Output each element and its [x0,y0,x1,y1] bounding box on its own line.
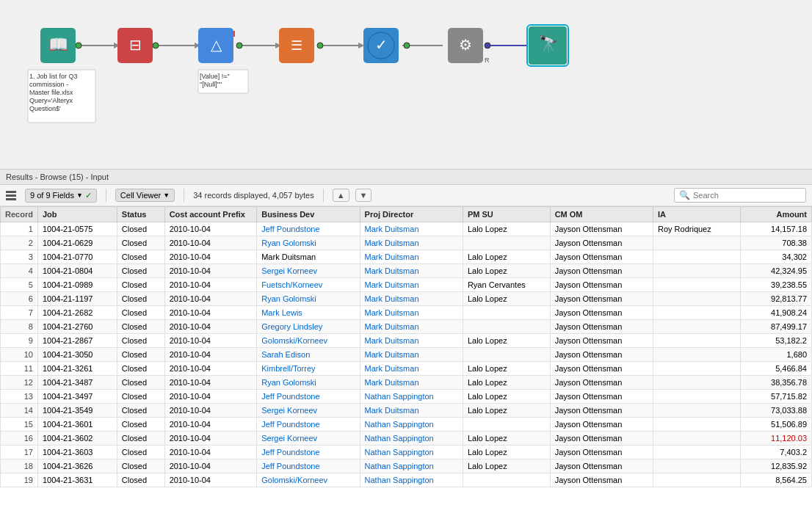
scroll-down-button[interactable]: ▼ [355,189,372,202]
cell-projdir: Nathan Sappington [360,390,463,404]
table-row[interactable]: 15 1004-21-3601 Closed 2010-10-04 Jeff P… [1,418,812,432]
table-row[interactable]: 18 1004-21-3626 Closed 2010-10-04 Jeff P… [1,459,812,473]
cell-projdir: Mark Duitsman [360,348,463,362]
cell-record: 4 [1,264,38,278]
cell-status: Closed [117,376,164,390]
table-row[interactable]: 6 1004-21-1197 Closed 2010-10-04 Ryan Go… [1,292,812,306]
cell-job: 1004-21-2682 [37,306,117,320]
cell-projdir: Mark Duitsman [360,236,463,250]
cell-status: Closed [117,264,164,278]
svg-text:Query='Alteryx: Query='Alteryx [29,97,73,104]
cell-amount: 7,403.2 [740,446,811,459]
cell-projdir: Mark Duitsman [360,222,463,236]
table-row[interactable]: 17 1004-21-3603 Closed 2010-10-04 Jeff P… [1,446,812,459]
svg-text:☰: ☰ [291,38,302,53]
cell-amount: 41,908.24 [740,306,811,320]
cell-cost: 2010-10-04 [164,432,257,446]
cell-cmom: Jayson Ottensman [550,362,653,376]
cell-cost: 2010-10-04 [164,306,257,320]
cell-pmsu: Lalo Lopez [463,292,550,306]
cell-viewer-button[interactable]: Cell Viewer ▼ [115,189,175,202]
cell-cmom: Jayson Ottensman [550,278,653,292]
svg-point-2 [76,43,81,48]
table-row[interactable]: 14 1004-21-3549 Closed 2010-10-04 Sergei… [1,404,812,418]
cell-record: 19 [1,473,38,487]
cell-job: 1004-21-3050 [37,348,117,362]
cell-cmom: Jayson Ottensman [550,446,653,459]
cell-ia [653,334,740,348]
cell-bizdev: Fuetsch/Korneev [257,278,360,292]
cell-projdir: Mark Duitsman [360,334,463,348]
cell-pmsu: Lalo Lopez [463,376,550,390]
table-row[interactable]: 2 1004-21-0629 Closed 2010-10-04 Ryan Go… [1,236,812,250]
cell-status: Closed [117,390,164,404]
table-row[interactable]: 19 1004-21-3631 Closed 2010-10-04 Goloms… [1,473,812,487]
svg-marker-11 [358,43,364,48]
table-row[interactable]: 7 1004-21-2682 Closed 2010-10-04 Mark Le… [1,306,812,320]
svg-text:⚙: ⚙ [459,37,472,53]
cell-amount: 5,466.84 [740,362,811,376]
svg-point-5 [153,43,159,48]
cell-record: 2 [1,236,38,250]
cell-amount: 34,302 [740,250,811,264]
cell-ia [653,320,740,334]
cell-job: 1004-21-0770 [37,250,117,264]
table-row[interactable]: 13 1004-21-3497 Closed 2010-10-04 Jeff P… [1,390,812,404]
table-row[interactable]: 9 1004-21-2867 Closed 2010-10-04 Golomsk… [1,334,812,348]
table-row[interactable]: 12 1004-21-3487 Closed 2010-10-04 Ryan G… [1,376,812,390]
svg-text:△: △ [211,37,222,53]
cell-job: 1004-21-3497 [37,390,117,404]
cell-job: 1004-21-2867 [37,334,117,348]
cell-ia [653,432,740,446]
svg-text:commission -: commission - [29,81,68,88]
scroll-up-button[interactable]: ▲ [333,189,349,202]
fields-selector-button[interactable]: 9 of 9 Fields ▼ ✓ [25,189,97,203]
cell-bizdev: Kimbrell/Torrey [257,362,360,376]
results-title: Results - Browse (15) - Input [6,172,109,181]
cell-pmsu: Lalo Lopez [463,362,550,376]
svg-point-9 [236,43,242,48]
cell-bizdev: Jeff Poundstone [257,446,360,459]
panel-icon-3 [6,198,16,200]
search-icon: 🔍 [679,190,690,200]
cell-projdir: Mark Duitsman [360,376,463,390]
cell-ia [653,278,740,292]
cell-record: 7 [1,306,38,320]
cell-pmsu: Lalo Lopez [463,250,550,264]
cell-record: 17 [1,446,38,459]
col-header-cmom: CM OM [550,207,653,222]
cell-bizdev: Gregory Lindsley [257,320,360,334]
cell-status: Closed [117,348,164,362]
cell-ia [653,376,740,390]
svg-text:📖: 📖 [48,34,69,54]
cell-record: 6 [1,292,38,306]
separator-1 [106,189,106,202]
fields-dropdown-icon: ▼ [76,192,83,199]
search-input[interactable] [693,191,801,200]
cell-cost: 2010-10-04 [164,222,257,236]
table-header-row: Record Job Status Cost account Prefix Bu… [1,207,812,222]
table-row[interactable]: 4 1004-21-0804 Closed 2010-10-04 Sergei … [1,264,812,278]
table-container[interactable]: Record Job Status Cost account Prefix Bu… [0,206,812,527]
cell-cmom: Jayson Ottensman [550,306,653,320]
panel-icon-2 [6,195,16,197]
table-row[interactable]: 11 1004-21-3261 Closed 2010-10-04 Kimbre… [1,362,812,376]
table-row[interactable]: 16 1004-21-3602 Closed 2010-10-04 Sergei… [1,432,812,446]
cell-ia [653,264,740,278]
cell-status: Closed [117,404,164,418]
svg-text:🔭: 🔭 [538,34,559,54]
cell-cmom: Jayson Ottensman [550,432,653,446]
table-row[interactable]: 8 1004-21-2760 Closed 2010-10-04 Gregory… [1,320,812,334]
cell-status: Closed [117,320,164,334]
table-row[interactable]: 5 1004-21-0989 Closed 2010-10-04 Fuetsch… [1,278,812,292]
table-row[interactable]: 10 1004-21-3050 Closed 2010-10-04 Sarah … [1,348,812,362]
cell-pmsu: Lalo Lopez [463,222,550,236]
cell-bizdev: Sarah Edison [257,348,360,362]
cell-bizdev: Jeff Poundstone [257,459,360,473]
cell-status: Closed [117,418,164,432]
table-row[interactable]: 1 1004-21-0575 Closed 2010-10-04 Jeff Po… [1,222,812,236]
cell-pmsu [463,306,550,320]
cell-ia [653,362,740,376]
table-row[interactable]: 3 1004-21-0770 Closed 2010-10-04 Mark Du… [1,250,812,264]
results-header: Results - Browse (15) - Input [0,170,812,185]
